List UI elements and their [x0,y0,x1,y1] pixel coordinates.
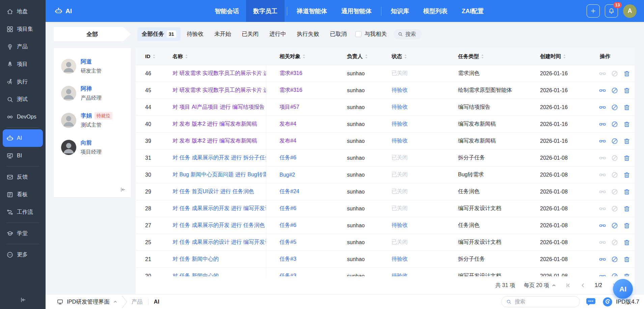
delete-trash-icon[interactable] [623,121,630,128]
review-glasses-icon[interactable] [599,273,606,277]
cancel-ban-icon[interactable] [611,256,618,263]
column-header-type[interactable]: 任务类型 [458,53,540,60]
cancel-ban-icon[interactable] [611,70,618,77]
member-avatar[interactable] [61,113,76,128]
member-avatar[interactable] [61,140,76,155]
notifications-button[interactable]: 13 [605,4,618,18]
related-object-link[interactable]: 项目#57 [279,104,299,110]
sidebar-item[interactable]: 执行 [3,73,43,91]
prev-page-button[interactable] [580,282,586,288]
cancel-ban-icon[interactable] [611,188,618,196]
delete-trash-icon[interactable] [623,154,630,162]
task-name-link[interactable]: 对 任务 首页UI设计 进行 任务润色 [172,188,254,195]
status-tab[interactable]: 未开始 [210,27,236,41]
app-brand[interactable]: AI [55,0,72,22]
review-glasses-icon[interactable] [599,121,606,128]
review-glasses-icon[interactable] [599,137,606,145]
task-name-link[interactable]: 对 任务 成果展示的开发 进行 拆分子任务 [172,154,266,161]
review-glasses-icon[interactable] [599,154,606,162]
sidebar-item[interactable]: BI [3,147,43,164]
sidebar-item[interactable]: 产品 [3,38,43,55]
top-nav-item[interactable]: 智能会话 [208,0,246,22]
sort-icon[interactable] [481,54,484,59]
task-name-link[interactable]: 对 研发需求 实现数字员工的展示卡片 进 [172,87,266,94]
cancel-ban-icon[interactable] [611,121,618,128]
cancel-ban-icon[interactable] [611,205,618,212]
delete-trash-icon[interactable] [623,222,630,229]
related-object-link[interactable]: 任务#6 [279,205,296,211]
task-name-link[interactable]: 对 任务 成果展示的开发 进行 编写开发设 [172,205,266,212]
task-name-link[interactable]: 对 任务 新闻中心的 [172,273,219,276]
top-nav-item[interactable]: 知识库 [384,0,416,22]
member-name-link[interactable]: 阿禅 [81,85,92,93]
related-object-link[interactable]: 任务#3 [279,256,296,262]
task-name-link[interactable]: 对 研发需求 实现数字员工的展示卡片 进 [172,70,266,77]
sidebar-item[interactable]: AI [3,129,43,147]
delete-trash-icon[interactable] [623,188,630,196]
sort-icon[interactable] [153,54,156,59]
related-object-link[interactable]: Bug#2 [279,172,295,178]
delete-trash-icon[interactable] [623,239,630,246]
review-glasses-icon[interactable] [599,222,606,229]
cancel-ban-icon[interactable] [611,104,618,111]
related-object-link[interactable]: 任务#3 [279,273,296,276]
status-tab[interactable]: 全部任务 31 [137,27,181,41]
review-glasses-icon[interactable] [599,256,606,263]
member-name-link[interactable]: 阿道 [81,58,92,66]
sidebar-item[interactable]: DevOps [3,108,43,126]
related-object-link[interactable]: 任务#6 [279,222,296,228]
column-header-name[interactable]: 名称 [172,53,266,60]
top-nav-item[interactable]: 禅道智能体 [290,0,334,22]
sidebar-item[interactable]: 项目集 [3,20,43,38]
top-nav-item[interactable]: 模型列表 [416,0,455,22]
page-size-selector[interactable]: 每页 20 项 [524,282,556,289]
sort-icon[interactable] [302,54,305,59]
task-name-link[interactable]: 对 任务 成果展示的设计 进行 编写开发设 [172,239,266,246]
review-glasses-icon[interactable] [599,70,606,77]
task-name-link[interactable]: 对 任务 新闻中心的 [172,256,219,263]
task-name-link[interactable]: 对 发布 版本2 进行 编写发布新闻稿 [172,121,257,128]
sidebar-item[interactable]: 测试 [3,91,43,108]
delete-trash-icon[interactable] [623,87,630,94]
review-glasses-icon[interactable] [599,87,606,94]
member-name-link[interactable]: 李娟 [81,112,92,120]
panel-collapse-icon[interactable] [119,186,126,193]
sidebar-item[interactable]: 更多 [3,246,43,263]
column-header-object[interactable]: 相关对象 [266,53,347,60]
sidebar-item[interactable]: 地盘 [3,3,43,20]
cancel-ban-icon[interactable] [611,273,618,277]
ai-assistant-button[interactable]: AI [613,279,633,299]
column-header-created[interactable]: 创建时间 [540,53,598,60]
delete-trash-icon[interactable] [623,171,630,179]
status-tab[interactable]: 已取消 [326,27,351,41]
status-tab[interactable]: 已关闭 [238,27,263,41]
sort-icon[interactable] [563,54,566,59]
delete-trash-icon[interactable] [623,70,630,77]
sidebar-item[interactable]: 看板 [3,186,43,203]
sort-icon[interactable] [185,54,188,59]
column-header-status[interactable]: 状态 [392,53,458,60]
status-tab[interactable]: 进行中 [265,27,291,41]
add-button[interactable] [587,4,600,18]
sidebar-item[interactable]: 项目 [3,55,43,73]
status-tab[interactable]: 待验收 [183,27,208,41]
review-glasses-icon[interactable] [599,171,606,179]
member-avatar[interactable] [61,59,76,74]
related-object-link[interactable]: 任务#6 [279,155,296,160]
column-header-owner[interactable]: 负责人 [347,53,392,60]
review-glasses-icon[interactable] [599,188,606,196]
related-object-link[interactable]: 发布#4 [279,121,296,127]
top-nav-item[interactable]: 通用智能体 [334,0,379,22]
delete-trash-icon[interactable] [623,137,630,145]
related-object-link[interactable]: 需求#316 [279,87,302,93]
cancel-ban-icon[interactable] [611,154,618,162]
task-name-link[interactable]: 对 项目 AI产品项目 进行 编写结项报告 [172,104,265,111]
workspace-switcher[interactable]: IPD研发管理界面 [57,298,117,306]
member-name-link[interactable]: 向前 [81,139,92,147]
task-name-link[interactable]: 对 发布 版本2 进行 编写发布新闻稿 [172,137,257,145]
sort-icon[interactable] [365,54,368,59]
related-me-filter[interactable]: 与我相关 [355,30,387,38]
sidebar-item[interactable]: 工作流 [3,203,43,221]
top-nav-item[interactable]: ZAI配置 [455,0,491,22]
cancel-ban-icon[interactable] [611,222,618,229]
